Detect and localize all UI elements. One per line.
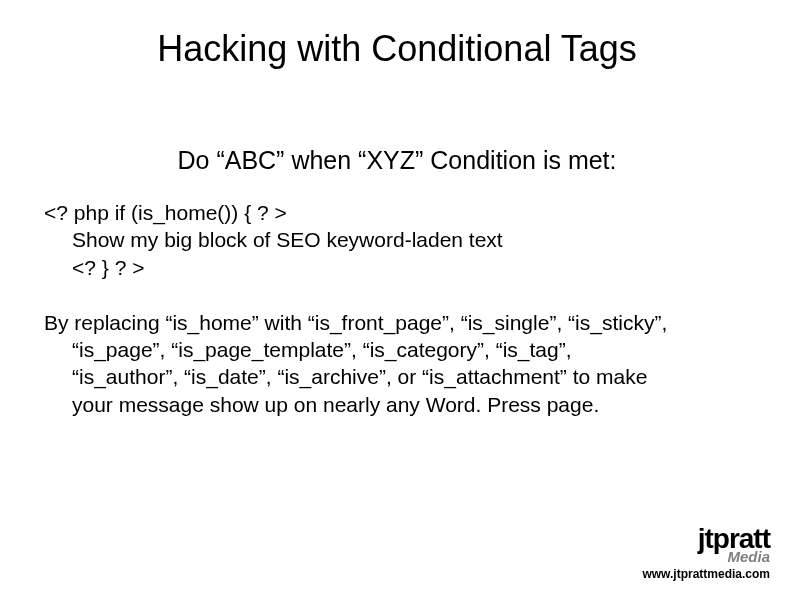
explain-line-2: “is_page”, “is_page_template”, “is_categ…	[44, 336, 750, 363]
explain-line-1: By replacing “is_home” with “is_front_pa…	[44, 309, 750, 336]
code-block: <? php if (is_home()) { ? > Show my big …	[0, 199, 794, 281]
logo-url-text: www.jtprattmedia.com	[642, 567, 770, 581]
explain-line-4: your message show up on nearly any Word.…	[44, 391, 750, 418]
footer-logo: jtpratt Media www.jtprattmedia.com	[642, 526, 770, 581]
code-line-2: Show my big block of SEO keyword-laden t…	[44, 226, 750, 253]
slide-title: Hacking with Conditional Tags	[0, 0, 794, 78]
code-line-3: <? } ? >	[44, 254, 750, 281]
code-line-1: <? php if (is_home()) { ? >	[44, 199, 750, 226]
slide-subtitle: Do “ABC” when “XYZ” Condition is met:	[0, 146, 794, 175]
explanation-block: By replacing “is_home” with “is_front_pa…	[0, 309, 794, 418]
explain-line-3: “is_author”, “is_date”, “is_archive”, or…	[44, 363, 750, 390]
